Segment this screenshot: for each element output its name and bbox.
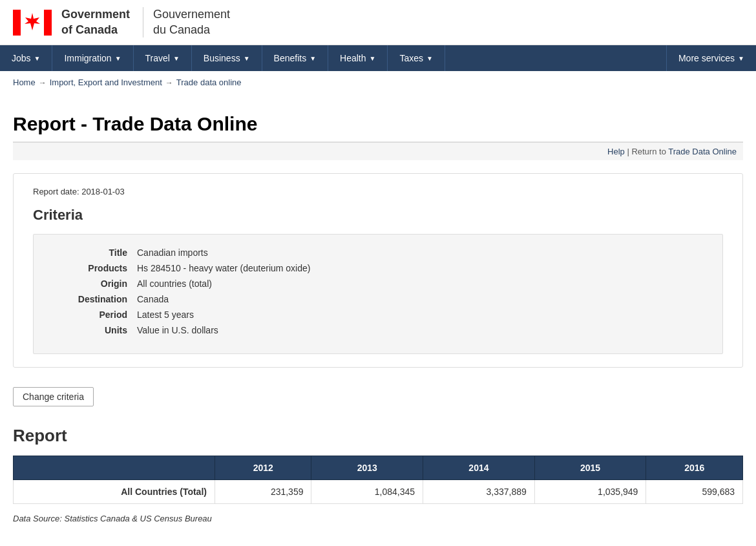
table-row: All Countries (Total) 231,359 1,084,345 …	[14, 480, 743, 504]
table-cell-2013: 1,084,345	[311, 480, 423, 504]
nav-item-business[interactable]: Business ▼	[192, 45, 262, 71]
criteria-label-period: Period	[53, 310, 137, 320]
chevron-down-icon: ▼	[370, 55, 376, 62]
table-col-header-2013: 2013	[311, 456, 423, 480]
change-criteria-button[interactable]: Change criteria	[13, 387, 94, 406]
svg-rect-1	[44, 10, 52, 36]
criteria-value-units: Value in U.S. dollars	[137, 325, 218, 335]
table-col-header-2015: 2015	[534, 456, 646, 480]
table-cell-2012: 231,359	[215, 480, 311, 504]
criteria-label-destination: Destination	[53, 294, 137, 304]
table-cell-2014: 3,337,889	[423, 480, 535, 504]
nav-item-travel[interactable]: Travel ▼	[134, 45, 192, 71]
chevron-down-icon: ▼	[738, 55, 744, 62]
report-actions-bar: Help | Return to Trade Data Online	[13, 142, 743, 160]
chevron-down-icon: ▼	[34, 55, 41, 62]
return-to-trade-data-link[interactable]: Trade Data Online	[668, 147, 737, 156]
chevron-down-icon: ▼	[115, 55, 121, 62]
gov-name-en: Government of Canada	[61, 7, 130, 37]
main-nav: Jobs ▼ Immigration ▼ Travel ▼ Business ▼…	[0, 45, 756, 71]
criteria-row-destination: Destination Canada	[53, 294, 703, 304]
table-col-header-label	[14, 456, 215, 480]
logo-container: Government of Canada Gouvernement du Can…	[13, 6, 230, 39]
chevron-down-icon: ▼	[310, 55, 316, 62]
criteria-value-title: Canadian imports	[137, 247, 208, 258]
svg-rect-0	[13, 10, 21, 36]
table-header-row: 2012 2013 2014 2015 2016	[14, 456, 743, 480]
canada-flag-icon	[13, 6, 52, 39]
criteria-heading: Criteria	[33, 207, 723, 224]
chevron-down-icon: ▼	[244, 55, 250, 62]
criteria-row-origin: Origin All countries (total)	[53, 278, 703, 289]
report-section-heading: Report	[13, 426, 743, 446]
criteria-label-origin: Origin	[53, 278, 137, 289]
table-col-header-2014: 2014	[423, 456, 535, 480]
table-cell-2015: 1,035,949	[534, 480, 646, 504]
nav-item-health[interactable]: Health ▼	[328, 45, 388, 71]
breadcrumb-arrow: →	[39, 78, 47, 87]
criteria-value-destination: Canada	[137, 294, 169, 304]
gov-name-fr: Gouvernement du Canada	[143, 7, 230, 37]
breadcrumb: Home → Import, Export and Investment → T…	[0, 71, 756, 94]
report-date: Report date: 2018-01-03	[33, 187, 723, 196]
criteria-value-origin: All countries (total)	[137, 278, 212, 289]
criteria-label-units: Units	[53, 325, 137, 335]
criteria-label-products: Products	[53, 263, 137, 273]
help-link[interactable]: Help	[607, 147, 625, 156]
criteria-row-period: Period Latest 5 years	[53, 310, 703, 320]
criteria-box: Title Canadian imports Products Hs 28451…	[33, 234, 723, 354]
breadcrumb-arrow: →	[165, 78, 173, 87]
report-data-table: 2012 2013 2014 2015 2016 All Countries (…	[13, 456, 743, 504]
nav-item-benefits[interactable]: Benefits ▼	[262, 45, 329, 71]
page-title: Report - Trade Data Online	[13, 113, 743, 135]
table-col-header-2012: 2012	[215, 456, 311, 480]
chevron-down-icon: ▼	[426, 55, 433, 62]
main-content: Report - Trade Data Online Help | Return…	[0, 94, 756, 546]
table-cell-label: All Countries (Total)	[14, 480, 215, 504]
criteria-value-products: Hs 284510 - heavy water (deuterium oxide…	[137, 263, 310, 273]
table-col-header-2016: 2016	[646, 456, 743, 480]
table-cell-2016: 599,683	[646, 480, 743, 504]
criteria-row-products: Products Hs 284510 - heavy water (deuter…	[53, 263, 703, 273]
breadcrumb-trade-data[interactable]: Trade data online	[176, 78, 242, 87]
nav-item-more-services[interactable]: More services ▼	[666, 45, 756, 71]
breadcrumb-import-export[interactable]: Import, Export and Investment	[50, 78, 162, 87]
criteria-row-units: Units Value in U.S. dollars	[53, 325, 703, 335]
nav-item-taxes[interactable]: Taxes ▼	[388, 45, 445, 71]
nav-item-immigration[interactable]: Immigration ▼	[52, 45, 133, 71]
chevron-down-icon: ▼	[173, 55, 180, 62]
criteria-label-title: Title	[53, 247, 137, 258]
site-header: Government of Canada Gouvernement du Can…	[0, 0, 756, 45]
criteria-value-period: Latest 5 years	[137, 310, 194, 320]
data-source-note: Data Source: Statistics Canada & US Cens…	[13, 514, 743, 523]
criteria-row-title: Title Canadian imports	[53, 247, 703, 258]
nav-item-jobs[interactable]: Jobs ▼	[0, 45, 52, 71]
report-detail-box: Report date: 2018-01-03 Criteria Title C…	[13, 173, 743, 368]
return-prefix: Return to	[631, 147, 668, 156]
breadcrumb-home[interactable]: Home	[13, 78, 36, 87]
